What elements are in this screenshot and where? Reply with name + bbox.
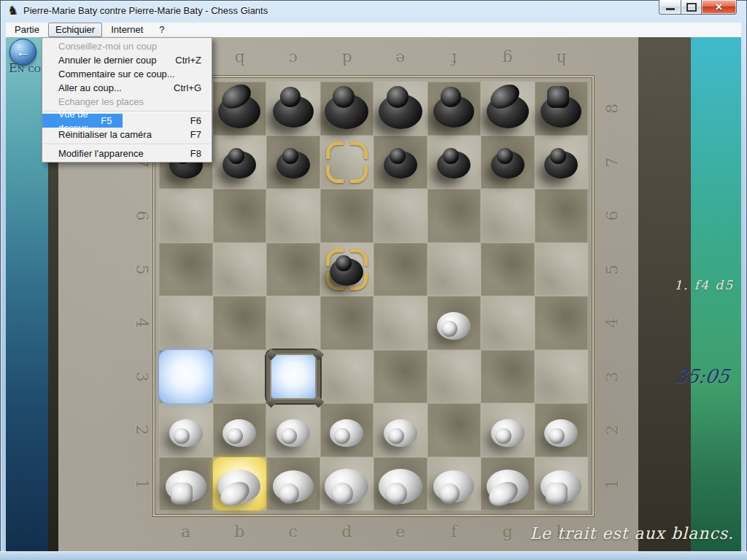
maximize-button[interactable] <box>681 0 702 15</box>
rank-label-right-8: 8 <box>586 94 640 123</box>
piece-black-king-e8[interactable] <box>374 82 427 136</box>
square-b5[interactable] <box>213 243 267 297</box>
square-g6[interactable] <box>481 189 535 243</box>
square-e5[interactable] <box>374 243 427 297</box>
piece-black-bishop-f8[interactable] <box>427 82 481 136</box>
piece-black-knight-g8[interactable] <box>481 82 535 136</box>
piece-white-rook-h1[interactable] <box>535 457 589 511</box>
square-e6[interactable] <box>374 189 427 243</box>
piece-black-bishop-c8[interactable] <box>266 82 320 136</box>
piece-head <box>546 483 568 505</box>
menu-item-conseillez-moi-un-coup[interactable]: Conseillez-moi un coup <box>42 39 212 53</box>
file-label-bottom-g: g <box>481 517 535 546</box>
menu-item-shortcut: F7 <box>190 128 201 141</box>
square-f2[interactable] <box>427 403 481 457</box>
square-b3[interactable] <box>213 350 267 404</box>
piece-white-pawn-d2[interactable] <box>320 403 374 457</box>
square-h5[interactable] <box>535 243 589 297</box>
piece-black-pawn-h7[interactable] <box>535 136 589 190</box>
gold-corner-marker <box>350 166 368 183</box>
square-f3[interactable] <box>427 350 481 404</box>
menu-separator <box>43 144 211 144</box>
piece-white-queen-d1[interactable] <box>320 457 374 511</box>
gold-corner-marker <box>326 141 344 159</box>
piece-white-pawn-c2[interactable] <box>266 403 320 457</box>
piece-white-king-e1[interactable] <box>374 457 427 511</box>
highlight-target-glow-a3[interactable] <box>159 350 213 404</box>
menu-item-label: Aller au coup... <box>58 81 122 95</box>
piece-white-knight-b1[interactable] <box>213 457 267 511</box>
piece-black-knight-b8[interactable] <box>213 82 267 136</box>
file-label-top-f: f <box>427 44 481 74</box>
menu-item-shortcut: F8 <box>190 147 201 160</box>
square-e4[interactable] <box>374 296 427 350</box>
file-label-top-b: b <box>213 44 267 74</box>
square-d3[interactable] <box>320 350 374 404</box>
piece-white-pawn-e2[interactable] <box>374 403 427 457</box>
piece-black-pawn-b7[interactable] <box>213 136 267 190</box>
file-label-bottom-d: d <box>320 517 374 546</box>
square-f5[interactable] <box>427 243 481 297</box>
menubar-item-?[interactable]: ? <box>152 23 171 37</box>
piece-head <box>333 86 355 108</box>
square-c5[interactable] <box>266 243 320 297</box>
file-label-bottom-e: e <box>374 517 427 546</box>
square-d6[interactable] <box>320 189 374 243</box>
piece-black-pawn-d5[interactable] <box>320 243 374 297</box>
menu-item-shortcut: Ctrl+Z <box>175 53 201 67</box>
piece-black-queen-d8[interactable] <box>320 82 374 136</box>
piece-black-pawn-c7[interactable] <box>266 136 320 190</box>
menubar-item-echiquier[interactable]: Echiquier <box>48 23 102 37</box>
menubar-item-internet[interactable]: Internet <box>104 23 150 37</box>
piece-white-pawn-b2[interactable] <box>213 403 267 457</box>
square-h4[interactable] <box>535 296 589 350</box>
piece-head <box>334 428 350 444</box>
file-label-bottom-f: f <box>427 517 481 546</box>
piece-white-bishop-f1[interactable] <box>427 457 481 511</box>
minimize-button[interactable] <box>659 0 681 15</box>
piece-black-pawn-e7[interactable] <box>374 136 427 190</box>
highlight-move-corners-d7[interactable] <box>320 136 374 190</box>
menu-item-vue-de-dessus[interactable]: Vue de dessusF5 <box>42 114 123 128</box>
close-button[interactable]: ✕ <box>702 0 737 15</box>
menu-item-annuler-le-dernier-coup[interactable]: Annuler le dernier coupCtrl+Z <box>42 53 212 67</box>
square-g3[interactable] <box>481 350 535 404</box>
rank-label-right-3: 3 <box>586 362 640 391</box>
maximize-icon <box>686 3 697 12</box>
piece-black-pawn-f7[interactable] <box>427 136 481 190</box>
square-b4[interactable] <box>213 296 267 350</box>
highlight-target-glow-framed-c3[interactable] <box>266 350 320 404</box>
square-g4[interactable] <box>481 296 535 350</box>
file-label-bottom-c: c <box>266 517 320 546</box>
piece-white-bishop-c1[interactable] <box>266 457 320 511</box>
piece-white-pawn-g2[interactable] <box>481 403 535 457</box>
file-label-bottom-b: b <box>213 517 267 546</box>
piece-white-rook-a1[interactable] <box>159 457 213 511</box>
piece-white-knight-g1[interactable] <box>481 457 535 511</box>
menu-item-aller-au-coup[interactable]: Aller au coup...Ctrl+G <box>42 81 212 95</box>
rank-label-right-5: 5 <box>586 254 640 284</box>
menubar-item-partie[interactable]: Partie <box>7 23 47 37</box>
square-h6[interactable] <box>535 189 589 243</box>
back-arrow-icon: ← <box>16 44 31 59</box>
menubar: PartieEchiquierInternet? <box>6 23 741 38</box>
piece-white-pawn-a2[interactable] <box>159 403 213 457</box>
file-label-top-g: g <box>481 44 535 74</box>
file-label-top-c: c <box>266 44 320 74</box>
piece-black-pawn-g7[interactable] <box>481 136 535 190</box>
square-g5[interactable] <box>481 243 535 297</box>
menu-item-modifier-l-apparence[interactable]: Modifier l'apparenceF8 <box>42 147 212 160</box>
menu-item-commentaire-sur-ce-coup[interactable]: Commentaire sur ce coup... <box>42 67 212 81</box>
square-b6[interactable] <box>213 189 267 243</box>
square-c4[interactable] <box>266 296 320 350</box>
square-d4[interactable] <box>320 296 374 350</box>
square-c6[interactable] <box>266 189 320 243</box>
square-f6[interactable] <box>427 189 481 243</box>
window-title: Pierre-Marie Baty contre Pierre-Marie Ba… <box>23 5 268 16</box>
square-h3[interactable] <box>535 350 589 404</box>
piece-head <box>385 483 407 505</box>
square-e3[interactable] <box>374 350 427 404</box>
piece-white-pawn-h2[interactable] <box>535 403 589 457</box>
piece-black-rook-h8[interactable] <box>535 82 589 136</box>
piece-white-pawn-f4[interactable] <box>427 296 481 350</box>
